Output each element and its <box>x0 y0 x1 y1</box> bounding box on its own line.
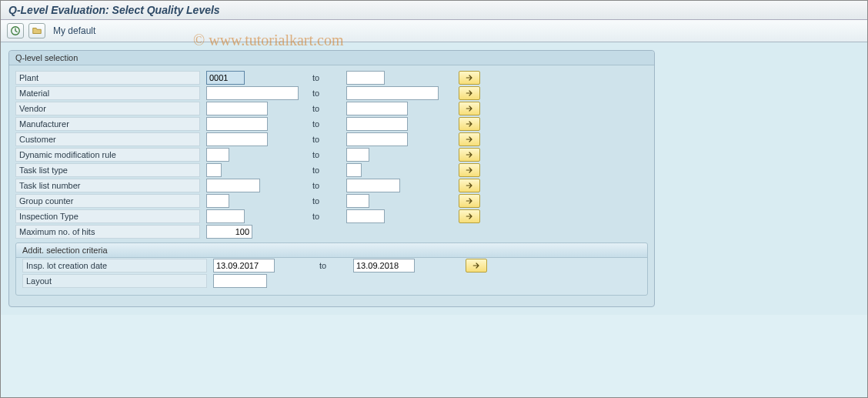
multiple-selection-button[interactable] <box>459 179 480 192</box>
from-input[interactable] <box>206 225 252 239</box>
get-variant-button[interactable] <box>28 23 45 38</box>
arrow-right-icon <box>465 104 474 113</box>
multiple-selection-button[interactable] <box>459 148 480 162</box>
to-input[interactable] <box>346 71 385 85</box>
to-input[interactable] <box>346 194 369 208</box>
field-label: Insp. lot creation date <box>22 259 207 273</box>
q-level-selection-group: Q-level selection PlanttoMaterialtoVendo… <box>8 50 655 307</box>
to-input[interactable] <box>346 179 400 192</box>
form-row: Layout <box>16 273 647 289</box>
arrow-right-icon <box>465 196 474 206</box>
multiple-selection-button[interactable] <box>466 259 487 273</box>
from-input[interactable] <box>206 179 260 192</box>
multiple-selection-button[interactable] <box>459 102 480 115</box>
field-label: Group counter <box>15 194 200 208</box>
to-label: to <box>308 89 346 98</box>
from-input[interactable] <box>206 194 229 208</box>
arrow-right-icon <box>465 166 474 175</box>
group-title: Q-level selection <box>9 51 654 65</box>
field-label: Material <box>15 86 200 100</box>
field-label: Task list number <box>15 179 200 192</box>
form-row: Inspection Typeto <box>9 209 654 224</box>
folder-icon <box>32 25 42 36</box>
title-bar: Q-Level Evaluation: Select Quality Level… <box>1 1 867 20</box>
arrow-right-icon <box>465 181 474 190</box>
arrow-right-icon <box>465 89 474 98</box>
arrow-right-icon <box>465 212 474 221</box>
execute-button[interactable] <box>7 23 24 38</box>
to-input[interactable] <box>346 163 362 177</box>
to-label: to <box>315 261 353 270</box>
field-label: Plant <box>15 71 200 85</box>
form-row: Maximum no. of hits <box>9 224 654 239</box>
to-label: to <box>308 119 346 129</box>
form-row: Group counterto <box>9 193 654 209</box>
field-label: Vendor <box>15 102 200 115</box>
from-input[interactable] <box>206 86 299 100</box>
from-input[interactable] <box>206 163 222 177</box>
from-input[interactable] <box>206 71 245 85</box>
content-area: Q-level selection PlanttoMaterialtoVendo… <box>1 42 867 315</box>
to-input[interactable] <box>353 259 415 273</box>
field-label: Customer <box>15 132 200 146</box>
to-label: to <box>308 135 346 144</box>
multiple-selection-button[interactable] <box>459 117 480 131</box>
form-row: Dynamic modification ruleto <box>9 147 654 162</box>
field-label: Inspection Type <box>15 209 200 223</box>
arrow-right-icon <box>465 73 474 82</box>
to-label: to <box>308 196 346 206</box>
my-default-link[interactable]: My default <box>53 25 95 36</box>
form-row: Task list typeto <box>9 162 654 178</box>
page-title: Q-Level Evaluation: Select Quality Level… <box>8 4 860 16</box>
multiple-selection-button[interactable] <box>459 163 480 177</box>
multiple-selection-button[interactable] <box>459 86 480 100</box>
to-label: to <box>308 166 346 175</box>
multiple-selection-button[interactable] <box>459 71 480 85</box>
from-input[interactable] <box>206 148 229 162</box>
multiple-selection-button[interactable] <box>459 194 480 208</box>
from-input[interactable] <box>213 259 275 273</box>
multiple-selection-button[interactable] <box>459 132 480 146</box>
field-label: Dynamic modification rule <box>15 148 200 162</box>
from-input[interactable] <box>206 102 268 115</box>
field-label: Maximum no. of hits <box>15 225 200 239</box>
to-label: to <box>308 73 346 82</box>
clock-execute-icon <box>10 25 21 36</box>
arrow-right-icon <box>465 135 474 144</box>
from-input[interactable] <box>206 132 268 146</box>
from-input[interactable] <box>206 117 268 131</box>
field-label: Task list type <box>15 163 200 177</box>
form-row: Vendorto <box>9 101 654 116</box>
field-label: Manufacturer <box>15 117 200 131</box>
to-input[interactable] <box>346 102 408 115</box>
form-row: Plantto <box>9 70 654 85</box>
form-row: Manufacturerto <box>9 116 654 132</box>
addit-selection-criteria-group: Addit. selection criteria Insp. lot crea… <box>15 242 648 296</box>
form-row: Materialto <box>9 85 654 101</box>
to-input[interactable] <box>346 86 439 100</box>
form-row: Task list numberto <box>9 178 654 193</box>
app-toolbar: My default <box>1 20 867 42</box>
to-input[interactable] <box>346 209 385 223</box>
to-input[interactable] <box>346 148 369 162</box>
to-label: to <box>308 104 346 113</box>
multiple-selection-button[interactable] <box>459 209 480 223</box>
arrow-right-icon <box>472 261 481 270</box>
form-row: Customerto <box>9 132 654 147</box>
to-label: to <box>308 212 346 221</box>
arrow-right-icon <box>465 150 474 159</box>
from-input[interactable] <box>213 274 267 288</box>
from-input[interactable] <box>206 209 245 223</box>
subgroup-title: Addit. selection criteria <box>16 243 647 258</box>
to-label: to <box>308 150 346 159</box>
field-label: Layout <box>22 274 207 288</box>
to-input[interactable] <box>346 117 408 131</box>
to-input[interactable] <box>346 132 408 146</box>
arrow-right-icon <box>465 119 474 129</box>
to-label: to <box>308 181 346 190</box>
form-row: Insp. lot creation dateto <box>16 258 647 273</box>
